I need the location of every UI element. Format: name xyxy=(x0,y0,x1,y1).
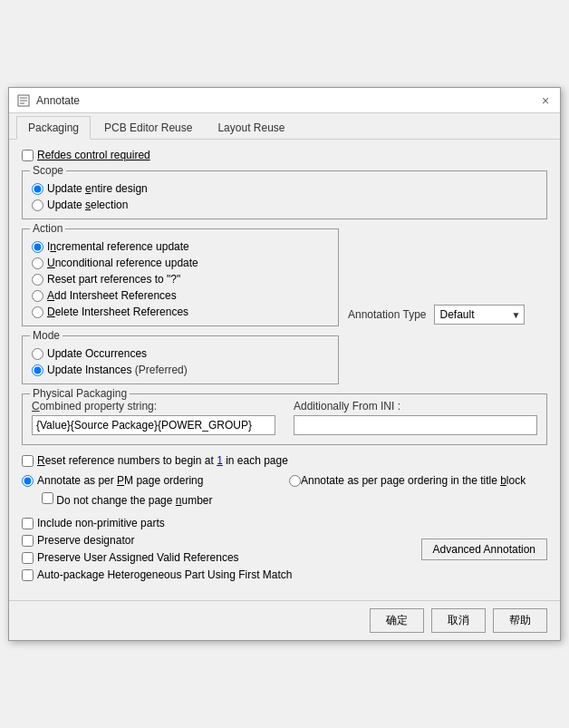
refdes-checkbox[interactable] xyxy=(22,150,34,161)
scope-group: Scope Update entire design Update select… xyxy=(22,170,547,219)
do-not-change-label: Do not change the page number xyxy=(56,494,212,507)
annotation-type-label: Annotation Type xyxy=(348,308,427,321)
action-radio-2[interactable] xyxy=(32,274,43,286)
action-label-1: Unconditional reference update xyxy=(47,257,198,269)
action-option-2: Reset part references to "?" xyxy=(32,273,329,286)
advanced-annotation-button[interactable]: Advanced Annotation xyxy=(421,539,547,560)
action-option-0: Incremental reference update xyxy=(32,240,329,253)
mode-option-0: Update Occurrences xyxy=(32,347,329,360)
preserve-user-assigned-checkbox[interactable] xyxy=(22,552,34,564)
annotate-pm-row: Annotate as per PM page ordering xyxy=(22,474,280,487)
auto-package-label: Auto-package Heterogeneous Part Using Fi… xyxy=(37,568,292,581)
action-label-3: Add Intersheet References xyxy=(47,289,177,302)
action-group: Action Incremental reference update Unco… xyxy=(22,228,339,326)
additionally-label: Additionally From INI : xyxy=(294,400,537,413)
reset-reference-checkbox[interactable] xyxy=(22,455,34,467)
annotate-left-col: Annotate as per PM page ordering Do not … xyxy=(22,474,280,511)
do-not-change-row: Do not change the page number xyxy=(42,492,280,507)
action-radio-4[interactable] xyxy=(32,306,43,318)
scope-radio-1[interactable] xyxy=(32,199,43,211)
annotate-title-radio[interactable] xyxy=(289,475,301,487)
mode-title: Mode xyxy=(30,329,63,342)
title-bar: Annotate × xyxy=(9,88,560,113)
action-label-2: Reset part references to "?" xyxy=(47,273,180,286)
tab-pcb-editor-reuse[interactable]: PCB Editor Reuse xyxy=(92,116,204,139)
bottom-checkboxes: Include non-primitive parts Preserve des… xyxy=(22,517,292,586)
include-non-primitive-label: Include non-primitive parts xyxy=(37,517,165,529)
tab-layout-reuse[interactable]: Layout Reuse xyxy=(206,116,296,139)
tab-packaging[interactable]: Packaging xyxy=(16,116,91,140)
refdes-label: Refdes control required xyxy=(37,149,150,161)
refdes-row: Refdes control required xyxy=(22,149,547,161)
action-radio-0[interactable] xyxy=(32,241,43,253)
left-column: Action Incremental reference update Unco… xyxy=(22,228,339,393)
right-column: Annotation Type Default ▼ xyxy=(348,228,547,393)
scope-radio-0[interactable] xyxy=(32,183,43,195)
include-non-primitive-row: Include non-primitive parts xyxy=(22,517,292,529)
scope-option-0: Update entire design xyxy=(32,182,537,195)
additionally-field: Additionally From INI : xyxy=(294,400,537,435)
main-window: Annotate × Packaging PCB Editor Reuse La… xyxy=(8,87,561,641)
mode-label-1: Update Instances (Preferred) xyxy=(47,364,188,376)
auto-package-row: Auto-package Heterogeneous Part Using Fi… xyxy=(22,568,292,581)
preserve-user-assigned-row: Preserve User Assigned Valid References xyxy=(22,551,292,564)
annotation-type-row: Annotation Type Default ▼ xyxy=(348,305,547,325)
action-mode-row: Action Incremental reference update Unco… xyxy=(22,228,547,393)
do-not-change-checkbox[interactable] xyxy=(42,492,53,504)
prop-fields: Combined property string: Additionally F… xyxy=(32,400,537,435)
annotate-title-label: Annotate as per page ordering in the tit… xyxy=(301,474,526,487)
preserve-designator-row: Preserve designator xyxy=(22,534,292,547)
cancel-button[interactable]: 取消 xyxy=(431,608,486,633)
window-title: Annotate xyxy=(36,94,80,107)
annotate-pm-label: Annotate as per PM page ordering xyxy=(37,474,203,487)
annotate-icon xyxy=(16,93,31,108)
physical-packaging-title: Physical Packaging xyxy=(30,387,130,400)
combined-property-input[interactable] xyxy=(32,415,275,435)
combined-property-label: Combined property string: xyxy=(32,400,275,413)
scope-label-1: Update selection xyxy=(47,199,128,211)
annotate-right-col: Annotate as per page ordering in the tit… xyxy=(289,474,547,487)
preserve-user-assigned-label: Preserve User Assigned Valid References xyxy=(37,551,239,564)
preserve-designator-label: Preserve designator xyxy=(37,534,134,547)
action-label-0: Incremental reference update xyxy=(47,240,189,253)
tab-bar: Packaging PCB Editor Reuse Layout Reuse xyxy=(9,113,560,140)
action-option-4: Delete Intersheet References xyxy=(32,306,329,318)
mode-group: Mode Update Occurrences Update Instances… xyxy=(22,335,339,384)
action-title: Action xyxy=(30,222,65,235)
annotation-type-select-wrapper: Default ▼ xyxy=(434,305,525,325)
title-bar-left: Annotate xyxy=(16,93,80,108)
content-area: Refdes control required Scope Update ent… xyxy=(9,140,560,600)
scope-title: Scope xyxy=(30,164,66,177)
bottom-section: Include non-primitive parts Preserve des… xyxy=(22,517,547,591)
mode-radio-1[interactable] xyxy=(32,364,43,376)
combined-property-field: Combined property string: xyxy=(32,400,275,435)
reset-reference-row: Reset reference numbers to begin at 1 in… xyxy=(22,454,547,467)
annotate-options-row: Annotate as per PM page ordering Do not … xyxy=(22,474,547,511)
help-button[interactable]: 帮助 xyxy=(493,608,547,633)
mode-radio-0[interactable] xyxy=(32,348,43,360)
close-button[interactable]: × xyxy=(538,93,553,108)
mode-option-1: Update Instances (Preferred) xyxy=(32,364,329,376)
scope-label-0: Update entire design xyxy=(47,182,148,195)
footer: 确定 取消 帮助 xyxy=(9,600,560,640)
action-option-1: Unconditional reference update xyxy=(32,257,329,269)
include-non-primitive-checkbox[interactable] xyxy=(22,518,34,529)
action-radio-1[interactable] xyxy=(32,257,43,269)
annotation-type-select[interactable]: Default xyxy=(434,305,525,325)
auto-package-checkbox[interactable] xyxy=(22,569,34,581)
action-radio-3[interactable] xyxy=(32,290,43,302)
action-option-3: Add Intersheet References xyxy=(32,289,329,302)
additionally-input[interactable] xyxy=(294,415,537,435)
advanced-btn-wrapper: Advanced Annotation xyxy=(421,517,547,560)
physical-packaging-group: Physical Packaging Combined property str… xyxy=(22,393,547,445)
scope-option-1: Update selection xyxy=(32,199,537,211)
reset-reference-label: Reset reference numbers to begin at 1 in… xyxy=(37,454,288,467)
mode-label-0: Update Occurrences xyxy=(47,347,147,360)
confirm-button[interactable]: 确定 xyxy=(370,608,424,633)
preserve-designator-checkbox[interactable] xyxy=(22,535,34,547)
action-label-4: Delete Intersheet References xyxy=(47,306,188,318)
annotate-pm-radio[interactable] xyxy=(22,475,34,487)
